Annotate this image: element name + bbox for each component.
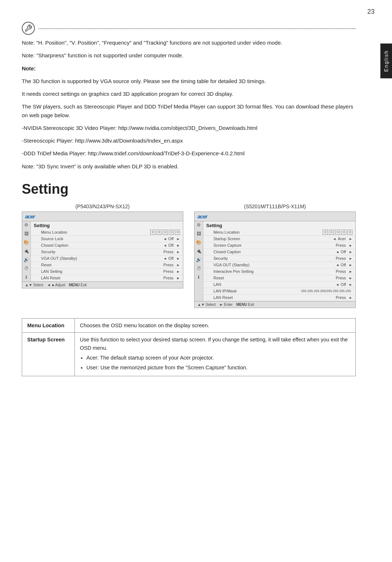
arrow-right-6: ► — [176, 270, 180, 274]
panel1-footer-adjust: ◄ ►Adjust — [47, 283, 65, 287]
panel1-row7-label: LAN Reset — [41, 276, 163, 280]
note-block-link3: -DDD TriDef Media Player: http://www.tri… — [22, 149, 356, 157]
panel1-content: Setting Menu Location ⊡ ⊡ ⊡ ⊡ ⊡ — [31, 221, 183, 282]
panel2-content: Setting Menu Location ⊡ ⊡ ⊡ ⊡ ⊡ — [203, 221, 355, 301]
table-row-menu-location: Menu Location Chooses the OSD menu locat… — [22, 318, 356, 332]
startup-bullet-1: Acer: The default startup screen of your… — [86, 354, 350, 362]
panel1-row4-val: Off — [168, 256, 173, 261]
table-content-startup-screen: Use this function to select your desired… — [75, 333, 356, 376]
arrow-right-3: ► — [176, 250, 180, 254]
panel1-row5-val: Press — [163, 263, 173, 267]
note-block-3-body3: The SW players, such as Stereoscopic Pla… — [22, 102, 356, 119]
panel2-row-9: LAN IP/Mask 255.255.255.255/255.255.255.… — [203, 288, 355, 295]
table-row-startup-screen: Startup Screen Use this function to sele… — [22, 333, 356, 376]
panel2-row5-val: Off — [341, 263, 346, 267]
panel2-row-7: Reset Press ► — [203, 275, 355, 282]
panel2-footer-menu: MENU Exit — [236, 303, 254, 307]
panel1-footer: ▲▼ Select ◄ ►Adjust MENU Exit — [22, 282, 183, 288]
panel2-row3-label: Closed Caption — [213, 250, 336, 254]
startup-screen-list: Acer: The default startup screen of your… — [86, 354, 350, 372]
panel2-row8-val: Off — [341, 282, 346, 287]
arrow-right-4: ► — [176, 257, 180, 261]
panel2-row7-label: Reset — [213, 276, 336, 280]
panel2-body: ⚙ 🖼 🎨 🔌 🔊 ⏱ ℹ Setting Menu Location — [195, 221, 355, 301]
p2-sidebar-icon-6: ⏱ — [196, 266, 202, 271]
panel2-row2-val: Press — [336, 243, 346, 247]
panel1-row1-label: Source Lock — [41, 237, 163, 241]
menu-location-text: Chooses the OSD menu location on the dis… — [80, 323, 209, 328]
sidebar-icon-3: 🎨 — [24, 239, 29, 245]
arrow-left-4: ◄ — [163, 257, 167, 261]
p2-arrow-right-1: ► — [349, 237, 352, 241]
setting-heading: Setting — [22, 181, 356, 197]
p2-menu-icons: ⊡ ⊡ ⊡ ⊡ ⊡ — [323, 230, 352, 235]
panel2-row5-label: VGA OUT (Standby) — [213, 263, 336, 267]
panel2-ui: acer ⚙ 🖼 🎨 🔌 🔊 ⏱ ℹ Setting — [194, 212, 356, 308]
p2-menu-icon-5: ⊡ — [347, 230, 352, 235]
panel2-row2-label: Screen Capture — [213, 243, 336, 247]
panel2-row3-val: Off — [341, 250, 346, 254]
screenshots-row: (P5403/N243/PN-SX12) acer ⚙ 🖼 🎨 🔌 🔊 ⏱ ℹ — [22, 204, 356, 308]
panel1-row-1: Source Lock ◄ Off ► — [31, 236, 183, 242]
note-block-2: Note: "Sharpness" function is not suppor… — [22, 51, 356, 60]
panel1-label: (P5403/N243/PN-SX12) — [22, 204, 183, 209]
table-label-menu-location: Menu Location — [22, 318, 75, 332]
startup-screen-intro: Use this function to select your desired… — [80, 337, 348, 350]
menu-icon-2: ⊡ — [156, 230, 162, 235]
note3-body1: The 3D function is supported by VGA sour… — [22, 78, 266, 84]
p2-menu-icon-2: ⊡ — [329, 230, 334, 235]
sidebar-icon-7: ℹ — [24, 274, 29, 280]
panel1-row6-label: LAN Setting — [41, 269, 163, 274]
arrow-left-1: ◄ — [163, 237, 167, 241]
panel1-row-4: VGA OUT (Standby) ◄ Off ► — [31, 255, 183, 262]
arrow-right-1: ► — [176, 237, 180, 241]
p2-arrow-right-7: ► — [349, 276, 352, 280]
sidebar-icon-4: 🔌 — [24, 248, 29, 254]
p2-arrow-right-2: ► — [349, 243, 352, 247]
panel1-header: acer — [22, 212, 183, 221]
panel2-row-2: Screen Capture Press ► — [203, 242, 355, 249]
info-table: Menu Location Chooses the OSD menu locat… — [22, 318, 356, 376]
panel1-row-3: Security Press ► — [31, 249, 183, 255]
sidebar-icon-5: 🔊 — [24, 257, 29, 263]
panel2-footer-enter: ► Enter — [219, 303, 233, 307]
arrow-left-2: ◄ — [163, 243, 167, 247]
sidebar-icon-6: ⏱ — [24, 266, 29, 271]
panel2-row-1: Startup Screen ◄ Acer ► — [203, 236, 355, 242]
p2-sidebar-icon-1: ⚙ — [196, 222, 202, 228]
note3-link2: -Stereoscopic Player: http://www.3dtv.at… — [22, 138, 183, 144]
panel1-body: ⚙ 🖼 🎨 🔌 🔊 ⏱ ℹ Setting Menu Location — [22, 221, 183, 282]
panel2-footer: ▲▼ Select ► Enter MENU Exit — [195, 301, 355, 308]
p2-sidebar-icon-4: 🔌 — [196, 248, 202, 254]
note-block-4: Note: "3D Sync Invert" is only available… — [22, 162, 356, 171]
panel2-row4-label: Security — [213, 256, 336, 261]
p2-arrow-right-5: ► — [349, 263, 352, 267]
table-content-menu-location: Chooses the OSD menu location on the dis… — [75, 318, 356, 332]
panel2-row9-val: 255.255.255.255/255.255.255.255 — [301, 289, 351, 293]
note-icon — [22, 22, 35, 35]
p2-sidebar-icon-5: 🔊 — [196, 257, 202, 263]
menu-icon-5: ⊡ — [175, 230, 180, 235]
p2-arrow-left-8: ◄ — [336, 283, 339, 287]
panel2-header: acer — [195, 212, 355, 221]
panel2-row-4: Security Press ► — [203, 255, 355, 262]
note1-text: Note: "H. Position", "V. Position", "Fre… — [22, 40, 282, 46]
panel2-row6-val: Press — [336, 269, 346, 274]
panel1-row5-label: Reset — [41, 263, 163, 267]
panel2-row4-val: Press — [336, 256, 346, 261]
panel1-row1-val: Off — [168, 237, 173, 241]
p2-arrow-right-8: ► — [349, 283, 352, 287]
p2-menu-icon-1: ⊡ — [323, 230, 328, 235]
p2-arrow-left-3: ◄ — [336, 250, 339, 254]
panel2-row-5: VGA OUT (Standby) ◄ Off ► — [203, 262, 355, 268]
panel1-row-7: LAN Reset Press ► — [31, 275, 183, 282]
tool-icon — [24, 24, 32, 32]
panel1-block: (P5403/N243/PN-SX12) acer ⚙ 🖼 🎨 🔌 🔊 ⏱ ℹ — [22, 204, 183, 308]
panel1-row3-val: Press — [163, 250, 173, 254]
p2-menu-icon-4: ⊡ — [341, 230, 346, 235]
panel1-row-6: LAN Setting Press ► — [31, 268, 183, 275]
arrow-right-5: ► — [176, 263, 180, 267]
note3-body2: It needs correct settings on graphics ca… — [22, 91, 233, 97]
note-icon-row — [22, 22, 356, 35]
table-label-startup-screen: Startup Screen — [22, 333, 75, 376]
